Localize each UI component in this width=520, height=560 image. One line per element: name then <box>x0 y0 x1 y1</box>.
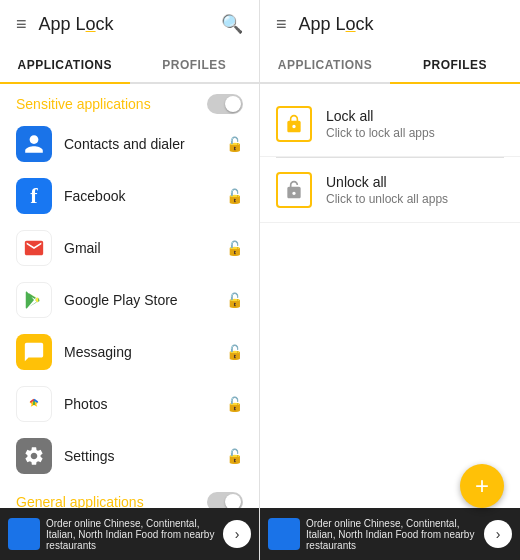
app-row-facebook[interactable]: f Facebook 🔓 <box>0 170 259 222</box>
messaging-icon <box>16 334 52 370</box>
right-ad-icon <box>268 518 300 550</box>
left-search-icon[interactable]: 🔍 <box>221 13 243 35</box>
general-section-header: General applications <box>0 482 259 508</box>
gmail-lock-icon: 🔓 <box>226 240 243 256</box>
contacts-app-name: Contacts and dialer <box>64 136 226 152</box>
facebook-lock-icon: 🔓 <box>226 188 243 204</box>
left-ad-arrow[interactable]: › <box>223 520 251 548</box>
right-ad-text: Order online Chinese, Continental, Itali… <box>306 518 478 551</box>
unlock-all-title: Unlock all <box>326 174 448 190</box>
right-scroll-area: Lock all Click to lock all apps Unlock a… <box>260 84 520 508</box>
lock-all-text: Lock all Click to lock all apps <box>326 108 435 140</box>
facebook-app-name: Facebook <box>64 188 226 204</box>
playstore-app-name: Google Play Store <box>64 292 226 308</box>
settings-icon <box>16 438 52 474</box>
left-tabs: APPLICATIONS PROFILES <box>0 48 259 84</box>
right-app-title: App Lock <box>299 14 504 35</box>
left-app-title: App Lock <box>39 14 221 35</box>
fab-button[interactable]: + <box>460 464 504 508</box>
unlock-all-icon <box>276 172 312 208</box>
gmail-icon <box>16 230 52 266</box>
unlock-all-text: Unlock all Click to unlock all apps <box>326 174 448 206</box>
right-ad-banner[interactable]: Order online Chinese, Continental, Itali… <box>260 508 520 560</box>
right-tabs: APPLICATIONS PROFILES <box>260 48 520 84</box>
contacts-lock-icon: 🔓 <box>226 136 243 152</box>
app-row-settings[interactable]: Settings 🔓 <box>0 430 259 482</box>
left-scroll-area: Sensitive applications Contacts and dial… <box>0 84 259 508</box>
messaging-app-name: Messaging <box>64 344 226 360</box>
profile-item-lock-all[interactable]: Lock all Click to lock all apps <box>260 92 520 157</box>
playstore-lock-icon: 🔓 <box>226 292 243 308</box>
left-menu-icon[interactable]: ≡ <box>16 14 27 35</box>
left-ad-text: Order online Chinese, Continental, Itali… <box>46 518 217 551</box>
right-menu-icon[interactable]: ≡ <box>276 14 287 35</box>
contacts-icon <box>16 126 52 162</box>
app-row-playstore[interactable]: Google Play Store 🔓 <box>0 274 259 326</box>
tab-profiles-right[interactable]: PROFILES <box>390 48 520 84</box>
general-section-title: General applications <box>16 494 144 508</box>
lock-all-icon <box>276 106 312 142</box>
left-toolbar: ≡ App Lock 🔍 <box>0 0 259 48</box>
right-toolbar: ≡ App Lock <box>260 0 520 48</box>
lock-all-title: Lock all <box>326 108 435 124</box>
right-panel: ≡ App Lock APPLICATIONS PROFILES Lock al… <box>260 0 520 560</box>
sensitive-section-header: Sensitive applications <box>0 84 259 118</box>
lock-all-subtitle: Click to lock all apps <box>326 126 435 140</box>
tab-applications-right[interactable]: APPLICATIONS <box>260 48 390 82</box>
sensitive-section-title: Sensitive applications <box>16 96 151 112</box>
general-toggle[interactable] <box>207 492 243 508</box>
app-row-photos[interactable]: Photos 🔓 <box>0 378 259 430</box>
left-ad-icon <box>8 518 40 550</box>
photos-icon <box>16 386 52 422</box>
left-panel: ≡ App Lock 🔍 APPLICATIONS PROFILES Sensi… <box>0 0 260 560</box>
sensitive-toggle[interactable] <box>207 94 243 114</box>
gmail-app-name: Gmail <box>64 240 226 256</box>
settings-app-name: Settings <box>64 448 226 464</box>
left-ad-banner[interactable]: Order online Chinese, Continental, Itali… <box>0 508 259 560</box>
tab-applications-left[interactable]: APPLICATIONS <box>0 48 130 84</box>
playstore-icon <box>16 282 52 318</box>
app-row-contacts[interactable]: Contacts and dialer 🔓 <box>0 118 259 170</box>
unlock-all-subtitle: Click to unlock all apps <box>326 192 448 206</box>
facebook-icon: f <box>16 178 52 214</box>
photos-lock-icon: 🔓 <box>226 396 243 412</box>
app-row-messaging[interactable]: Messaging 🔓 <box>0 326 259 378</box>
tab-profiles-left[interactable]: PROFILES <box>130 48 260 82</box>
profile-item-unlock-all[interactable]: Unlock all Click to unlock all apps <box>260 158 520 223</box>
app-row-gmail[interactable]: Gmail 🔓 <box>0 222 259 274</box>
messaging-lock-icon: 🔓 <box>226 344 243 360</box>
photos-app-name: Photos <box>64 396 226 412</box>
right-ad-arrow[interactable]: › <box>484 520 512 548</box>
settings-lock-icon: 🔓 <box>226 448 243 464</box>
